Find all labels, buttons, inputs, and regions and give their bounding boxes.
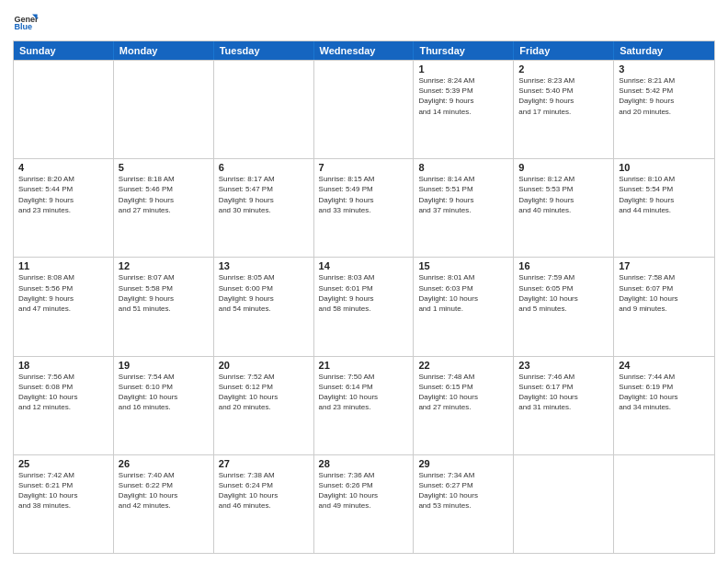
- day-number: 8: [418, 162, 508, 173]
- day-number: 17: [619, 260, 710, 271]
- calendar-header: SundayMondayTuesdayWednesdayThursdayFrid…: [14, 41, 714, 60]
- cal-cell-r4-c3: 28Sunrise: 7:36 AM Sunset: 6:26 PM Dayli…: [314, 455, 415, 553]
- day-info: Sunrise: 8:17 AM Sunset: 5:47 PM Dayligh…: [219, 174, 309, 215]
- cal-cell-r1-c5: 9Sunrise: 8:12 AM Sunset: 5:53 PM Daylig…: [514, 159, 614, 257]
- day-info: Sunrise: 8:05 AM Sunset: 6:00 PM Dayligh…: [219, 272, 309, 314]
- day-number: 6: [219, 162, 309, 173]
- calendar-row-4: 18Sunrise: 7:56 AM Sunset: 6:08 PM Dayli…: [14, 356, 714, 454]
- day-number: 7: [319, 162, 409, 173]
- cal-cell-r3-c4: 22Sunrise: 7:48 AM Sunset: 6:15 PM Dayli…: [414, 357, 514, 454]
- calendar: SundayMondayTuesdayWednesdayThursdayFrid…: [13, 40, 715, 554]
- calendar-row-5: 25Sunrise: 7:42 AM Sunset: 6:21 PM Dayli…: [14, 454, 714, 553]
- day-info: Sunrise: 8:12 AM Sunset: 5:53 PM Dayligh…: [518, 174, 609, 215]
- day-number: 28: [319, 458, 409, 469]
- cal-cell-r3-c2: 20Sunrise: 7:52 AM Sunset: 6:12 PM Dayli…: [214, 357, 314, 454]
- day-info: Sunrise: 8:23 AM Sunset: 5:40 PM Dayligh…: [518, 75, 609, 117]
- header: General Blue: [13, 9, 715, 35]
- day-info: Sunrise: 8:20 AM Sunset: 5:44 PM Dayligh…: [18, 174, 108, 215]
- day-number: 11: [18, 260, 108, 271]
- day-info: Sunrise: 8:10 AM Sunset: 5:54 PM Dayligh…: [619, 174, 710, 215]
- day-info: Sunrise: 7:54 AM Sunset: 6:10 PM Dayligh…: [119, 372, 209, 413]
- page: General Blue SundayMondayTuesdayWednesda…: [0, 0, 728, 563]
- weekday-header-sunday: Sunday: [14, 41, 114, 60]
- day-info: Sunrise: 7:52 AM Sunset: 6:12 PM Dayligh…: [219, 372, 309, 413]
- day-info: Sunrise: 7:56 AM Sunset: 6:08 PM Dayligh…: [18, 372, 108, 413]
- cal-cell-r3-c6: 24Sunrise: 7:44 AM Sunset: 6:19 PM Dayli…: [614, 357, 714, 454]
- day-info: Sunrise: 8:14 AM Sunset: 5:51 PM Dayligh…: [418, 174, 508, 215]
- day-number: 2: [518, 63, 609, 75]
- calendar-row-1: 1Sunrise: 8:24 AM Sunset: 5:39 PM Daylig…: [14, 60, 714, 158]
- cal-cell-r1-c1: 5Sunrise: 8:18 AM Sunset: 5:46 PM Daylig…: [114, 159, 214, 257]
- day-number: 1: [418, 63, 508, 75]
- cal-cell-r0-c3: [314, 61, 415, 158]
- calendar-row-3: 11Sunrise: 8:08 AM Sunset: 5:56 PM Dayli…: [14, 257, 714, 355]
- weekday-header-friday: Friday: [514, 41, 614, 60]
- cal-cell-r1-c0: 4Sunrise: 8:20 AM Sunset: 5:44 PM Daylig…: [14, 159, 114, 257]
- day-info: Sunrise: 8:08 AM Sunset: 5:56 PM Dayligh…: [18, 272, 108, 314]
- cal-cell-r3-c1: 19Sunrise: 7:54 AM Sunset: 6:10 PM Dayli…: [114, 357, 214, 454]
- day-info: Sunrise: 7:50 AM Sunset: 6:14 PM Dayligh…: [319, 372, 409, 413]
- day-number: 24: [619, 360, 710, 371]
- day-number: 21: [319, 360, 409, 371]
- day-info: Sunrise: 7:58 AM Sunset: 6:07 PM Dayligh…: [619, 272, 710, 314]
- weekday-header-monday: Monday: [114, 41, 214, 60]
- day-info: Sunrise: 7:42 AM Sunset: 6:21 PM Dayligh…: [18, 470, 108, 511]
- cal-cell-r4-c2: 27Sunrise: 7:38 AM Sunset: 6:24 PM Dayli…: [214, 455, 314, 553]
- day-number: 20: [219, 360, 309, 371]
- day-info: Sunrise: 8:15 AM Sunset: 5:49 PM Dayligh…: [319, 174, 409, 215]
- cal-cell-r4-c1: 26Sunrise: 7:40 AM Sunset: 6:22 PM Dayli…: [114, 455, 214, 553]
- weekday-header-tuesday: Tuesday: [214, 41, 314, 60]
- cal-cell-r4-c6: [614, 455, 714, 553]
- cal-cell-r1-c6: 10Sunrise: 8:10 AM Sunset: 5:54 PM Dayli…: [614, 159, 714, 257]
- cal-cell-r0-c4: 1Sunrise: 8:24 AM Sunset: 5:39 PM Daylig…: [414, 61, 514, 158]
- day-number: 22: [418, 360, 508, 371]
- day-number: 19: [119, 360, 209, 371]
- day-info: Sunrise: 8:24 AM Sunset: 5:39 PM Dayligh…: [418, 75, 508, 117]
- day-info: Sunrise: 7:36 AM Sunset: 6:26 PM Dayligh…: [319, 470, 409, 511]
- weekday-header-wednesday: Wednesday: [314, 41, 415, 60]
- cal-cell-r2-c4: 15Sunrise: 8:01 AM Sunset: 6:03 PM Dayli…: [414, 258, 514, 355]
- cal-cell-r2-c2: 13Sunrise: 8:05 AM Sunset: 6:00 PM Dayli…: [214, 258, 314, 355]
- cal-cell-r2-c1: 12Sunrise: 8:07 AM Sunset: 5:58 PM Dayli…: [114, 258, 214, 355]
- day-info: Sunrise: 8:01 AM Sunset: 6:03 PM Dayligh…: [418, 272, 508, 314]
- day-number: 9: [518, 162, 609, 173]
- cal-cell-r3-c5: 23Sunrise: 7:46 AM Sunset: 6:17 PM Dayli…: [514, 357, 614, 454]
- day-number: 3: [619, 63, 710, 75]
- day-info: Sunrise: 7:40 AM Sunset: 6:22 PM Dayligh…: [119, 470, 209, 511]
- cal-cell-r1-c4: 8Sunrise: 8:14 AM Sunset: 5:51 PM Daylig…: [414, 159, 514, 257]
- day-number: 5: [119, 162, 209, 173]
- cal-cell-r4-c0: 25Sunrise: 7:42 AM Sunset: 6:21 PM Dayli…: [14, 455, 114, 553]
- svg-text:Blue: Blue: [14, 22, 32, 31]
- day-number: 27: [219, 458, 309, 469]
- day-info: Sunrise: 8:18 AM Sunset: 5:46 PM Dayligh…: [119, 174, 209, 215]
- cal-cell-r2-c5: 16Sunrise: 7:59 AM Sunset: 6:05 PM Dayli…: [514, 258, 614, 355]
- day-number: 4: [18, 162, 108, 173]
- cal-cell-r0-c5: 2Sunrise: 8:23 AM Sunset: 5:40 PM Daylig…: [514, 61, 614, 158]
- day-info: Sunrise: 8:07 AM Sunset: 5:58 PM Dayligh…: [119, 272, 209, 314]
- cal-cell-r3-c3: 21Sunrise: 7:50 AM Sunset: 6:14 PM Dayli…: [314, 357, 415, 454]
- cal-cell-r4-c4: 29Sunrise: 7:34 AM Sunset: 6:27 PM Dayli…: [414, 455, 514, 553]
- day-number: 18: [18, 360, 108, 371]
- day-info: Sunrise: 7:59 AM Sunset: 6:05 PM Dayligh…: [518, 272, 609, 314]
- day-info: Sunrise: 8:21 AM Sunset: 5:42 PM Dayligh…: [619, 75, 710, 117]
- cal-cell-r1-c2: 6Sunrise: 8:17 AM Sunset: 5:47 PM Daylig…: [214, 159, 314, 257]
- day-number: 14: [319, 260, 409, 271]
- day-number: 16: [518, 260, 609, 271]
- day-number: 15: [418, 260, 508, 271]
- day-info: Sunrise: 7:46 AM Sunset: 6:17 PM Dayligh…: [518, 372, 609, 413]
- day-info: Sunrise: 7:38 AM Sunset: 6:24 PM Dayligh…: [219, 470, 309, 511]
- day-number: 23: [518, 360, 609, 371]
- calendar-body: 1Sunrise: 8:24 AM Sunset: 5:39 PM Daylig…: [14, 60, 714, 553]
- day-number: 10: [619, 162, 710, 173]
- cal-cell-r1-c3: 7Sunrise: 8:15 AM Sunset: 5:49 PM Daylig…: [314, 159, 415, 257]
- weekday-header-saturday: Saturday: [614, 41, 714, 60]
- cal-cell-r0-c1: [114, 61, 214, 158]
- cal-cell-r2-c3: 14Sunrise: 8:03 AM Sunset: 6:01 PM Dayli…: [314, 258, 415, 355]
- day-number: 29: [418, 458, 508, 469]
- day-number: 12: [119, 260, 209, 271]
- cal-cell-r2-c6: 17Sunrise: 7:58 AM Sunset: 6:07 PM Dayli…: [614, 258, 714, 355]
- cal-cell-r0-c6: 3Sunrise: 8:21 AM Sunset: 5:42 PM Daylig…: [614, 61, 714, 158]
- day-info: Sunrise: 8:03 AM Sunset: 6:01 PM Dayligh…: [319, 272, 409, 314]
- day-info: Sunrise: 7:44 AM Sunset: 6:19 PM Dayligh…: [619, 372, 710, 413]
- logo: General Blue: [13, 9, 39, 35]
